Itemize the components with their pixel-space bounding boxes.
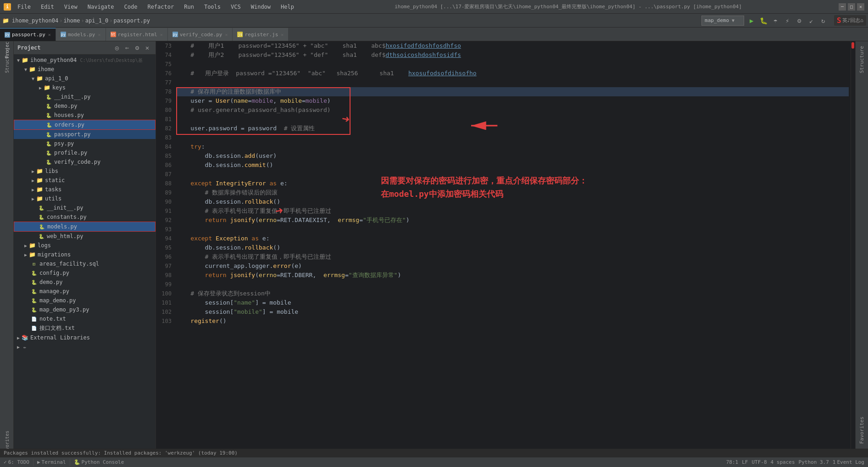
tab-models[interactable]: py models.py ✕ xyxy=(56,28,106,41)
tree-item-init-api[interactable]: 🐍 __init__.py xyxy=(14,92,156,101)
breadcrumb-api[interactable]: api_1_0 xyxy=(85,17,109,24)
tree-item-orders[interactable]: 🐍 orders.py xyxy=(14,120,156,130)
tab-close-register-html[interactable]: ✕ xyxy=(160,32,163,37)
settings-side-button[interactable]: ⚙ xyxy=(133,43,142,52)
tree-item-logs[interactable]: ▶ 📁 logs xyxy=(14,241,156,250)
folder-icon-tasks: 📁 xyxy=(36,186,43,193)
status-indent: 4 spaces xyxy=(771,459,795,465)
update-button[interactable]: ↻ xyxy=(818,16,828,25)
tree-item-manage[interactable]: 🐍 manage.py xyxy=(14,287,156,296)
tab-close-passport[interactable]: ✕ xyxy=(48,32,51,37)
run-config-dropdown[interactable]: map_demo ▼ xyxy=(701,16,744,26)
tree-item-init-ihome[interactable]: 🐍 __init__.py xyxy=(14,203,156,212)
status-todo[interactable]: ✓ 6: TODO xyxy=(4,459,29,465)
folder-icon-root: 📁 xyxy=(21,56,28,64)
menu-edit[interactable]: Edit xyxy=(37,3,58,11)
profile-button[interactable]: ⚡ xyxy=(783,16,792,25)
left-strip-favorites[interactable]: Favorites xyxy=(1,438,12,449)
tree-item-constants[interactable]: 🐍 constants.py xyxy=(14,212,156,222)
menu-help[interactable]: Help xyxy=(277,3,298,11)
left-strip-structure[interactable]: Structure xyxy=(1,55,12,66)
code-line-97: current_app.logger.error(e) xyxy=(176,261,849,271)
file-icon-demo-api: 🐍 xyxy=(45,102,52,110)
tree-item-mapdemo3[interactable]: 🐍 map_demo_py3.py xyxy=(14,305,156,314)
menu-window[interactable]: Window xyxy=(247,3,274,11)
breadcrumb-project[interactable]: ihome_python04 xyxy=(12,17,58,24)
status-python-console[interactable]: 🐍 Python Console xyxy=(74,459,124,465)
tree-item-ihome[interactable]: ▼ 📁 ihome xyxy=(14,65,156,74)
tab-register-js[interactable]: js register.js ✕ xyxy=(233,28,289,41)
breadcrumb-ihome[interactable]: ihome xyxy=(63,17,80,24)
code-line-82: user.password = password # 设置属性 xyxy=(176,124,849,133)
tree-item-ext-libs[interactable]: ▶ 📚 External Libraries xyxy=(14,333,156,342)
tree-item-profile[interactable]: 🐍 profile.py xyxy=(14,148,156,157)
tree-item-passport[interactable]: 🐍 passport.py xyxy=(14,130,156,139)
tab-close-models[interactable]: ✕ xyxy=(98,32,101,37)
tree-item-config[interactable]: 🐍 config.py xyxy=(14,268,156,278)
minimize-button[interactable]: ─ xyxy=(839,3,846,11)
tree-item-note[interactable]: 📄 note.txt xyxy=(14,314,156,323)
vcs-button[interactable]: ↙ xyxy=(807,16,816,25)
menu-navigate[interactable]: Navigate xyxy=(84,3,118,11)
tree-item-keys[interactable]: ▶ 📁 keys xyxy=(14,83,156,92)
right-strip-favorites[interactable]: Favorites xyxy=(857,414,867,447)
tree-item-utils[interactable]: ▶ 📁 utils xyxy=(14,194,156,203)
debug-button[interactable]: 🐛 xyxy=(759,16,768,25)
tree-item-sql[interactable]: ⊞ areas_facility.sql xyxy=(14,259,156,268)
menu-code[interactable]: Code xyxy=(121,3,141,11)
status-event-log[interactable]: 1 Event Log xyxy=(833,459,864,465)
breadcrumb-file[interactable]: passport.py xyxy=(114,17,150,24)
menu-view[interactable]: View xyxy=(61,3,81,11)
tree-label-profile: profile.py xyxy=(54,150,87,156)
status-terminal[interactable]: ▶ Terminal xyxy=(37,459,66,465)
code-line-74: # 用户2 password="123456" + "def" sha1 def… xyxy=(176,50,849,60)
tree-label-keys: keys xyxy=(52,84,66,91)
right-strip-structure[interactable]: Structure xyxy=(857,43,867,76)
tree-item-root[interactable]: ▼ 📁 ihome_python04 C:\Users\fxd\Desktop\… xyxy=(14,56,156,65)
tab-close-register-js[interactable]: ✕ xyxy=(281,32,284,37)
folder-icon-keys: 📁 xyxy=(43,84,50,91)
tree-item-demo-root[interactable]: 🐍 demo.py xyxy=(14,278,156,287)
tree-item-psy[interactable]: 🐍 psy.py xyxy=(14,139,156,148)
python-console-label: Python Console xyxy=(82,459,124,465)
close-button[interactable]: ✕ xyxy=(857,3,864,11)
tree-label-constants: constants.py xyxy=(47,214,87,220)
tree-item-demo-api[interactable]: 🐍 demo.py xyxy=(14,101,156,111)
tree-arrow-scratches: ▶ xyxy=(16,345,21,350)
tab-verify-code[interactable]: py verify_code.py ✕ xyxy=(168,28,233,41)
menu-vcs[interactable]: VCS xyxy=(227,3,245,11)
code-content[interactable]: # 用户1 password="123456" + "abc" sha1 abc… xyxy=(174,41,851,449)
toolbar: 📁 ihome_python04 › ihome › api_1_0 › pas… xyxy=(0,14,868,28)
tree-item-tasks[interactable]: ▶ 📁 tasks xyxy=(14,185,156,194)
file-icon-mapdemo3: 🐍 xyxy=(30,306,38,313)
close-side-button[interactable]: ✕ xyxy=(143,43,152,52)
locate-file-button[interactable]: ◎ xyxy=(112,43,122,52)
tree-item-apidoc[interactable]: 📄 接口文档.txt xyxy=(14,323,156,333)
tab-close-verify-code[interactable]: ✕ xyxy=(225,32,228,37)
tree-item-libs[interactable]: ▶ 📁 libs xyxy=(14,167,156,176)
tree-item-migrations[interactable]: ▶ 📁 migrations xyxy=(14,250,156,259)
tree-item-scratches[interactable]: ▶ ✏ xyxy=(14,342,156,351)
tree-label-verify-code: verify_code.py xyxy=(54,159,100,165)
collapse-all-button[interactable]: ⇐ xyxy=(122,43,132,52)
vertical-scrollbar[interactable] xyxy=(851,41,855,449)
tree-item-webhtml[interactable]: 🐍 web_html.py xyxy=(14,232,156,241)
maximize-button[interactable]: □ xyxy=(848,3,855,11)
settings-button[interactable]: ⚙ xyxy=(795,16,804,25)
tree-item-houses[interactable]: 🐍 houses.py xyxy=(14,111,156,120)
coverage-button[interactable]: ☂ xyxy=(771,16,780,25)
menu-run[interactable]: Run xyxy=(180,3,198,11)
tab-passport[interactable]: py passport.py ✕ xyxy=(0,28,56,41)
menu-tools[interactable]: Tools xyxy=(200,3,224,11)
menu-refactor[interactable]: Refactor xyxy=(144,3,178,11)
tree-label-sql: areas_facility.sql xyxy=(39,261,99,267)
tree-item-models[interactable]: 🐍 models.py xyxy=(14,222,156,232)
main-layout: Project Structure Favorites Project ◎ ⇐ … xyxy=(0,41,868,449)
tree-item-api10[interactable]: ▼ 📁 api_1_0 xyxy=(14,74,156,83)
tree-item-verify-code[interactable]: 🐍 verify_code.py xyxy=(14,157,156,167)
tree-item-mapdemo[interactable]: 🐍 map_demo.py xyxy=(14,296,156,305)
tree-item-static[interactable]: ▶ 📁 static xyxy=(14,176,156,185)
menu-file[interactable]: File xyxy=(14,3,34,11)
run-button[interactable]: ▶ xyxy=(747,16,756,25)
tab-register-html[interactable]: ht register.html ✕ xyxy=(106,28,168,41)
